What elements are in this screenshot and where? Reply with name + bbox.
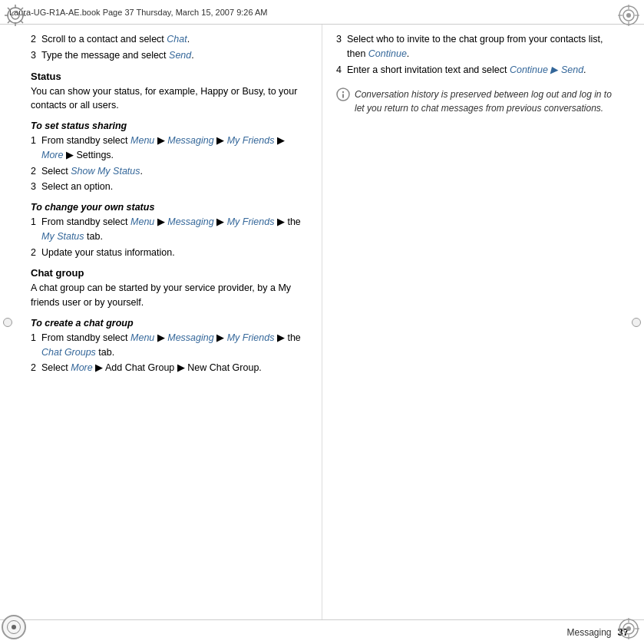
step-num: 3 — [31, 180, 41, 194]
tip-block: Conversation history is preserved betwee… — [336, 88, 613, 115]
corner-circle-bl — [2, 615, 26, 639]
myfriends-link2: My Friends — [227, 216, 275, 227]
step-num: 1 — [31, 215, 41, 230]
change-status-heading: To change your own status — [31, 202, 308, 213]
messaging-link2: Messaging — [167, 216, 213, 227]
step-content: Scroll to a contact and select Chat. — [41, 32, 308, 47]
chat-group-description: A chat group can be started by your serv… — [31, 281, 308, 310]
left-column: 2 Scroll to a contact and select Chat. 3… — [23, 25, 322, 619]
svg-line-8 — [21, 8, 24, 11]
continue-send-link: Continue ▶ Send — [510, 64, 583, 75]
right-step-3: 3 Select who to invite to the chat group… — [336, 32, 613, 61]
nav-dot-right — [632, 318, 641, 327]
create-chat-step-1: 1 From standby select Menu ▶ Messaging ▶… — [31, 331, 308, 360]
status-description: You can show your status, for example, H… — [31, 84, 308, 114]
set-status-heading: To set status sharing — [31, 121, 308, 131]
content-area: 2 Scroll to a contact and select Chat. 3… — [23, 25, 621, 619]
tip-icon — [336, 88, 352, 104]
intro-step-2: 2 Scroll to a contact and select Chat. — [31, 32, 308, 47]
corner-inner-bl — [7, 620, 21, 634]
footer-bar: Messaging 37 — [0, 619, 644, 644]
svg-line-7 — [21, 21, 24, 24]
menu-link2: Menu — [130, 216, 154, 227]
status-heading: Status — [31, 71, 308, 82]
tip-text: Conversation history is preserved betwee… — [355, 88, 613, 115]
step-num: 2 — [31, 246, 41, 260]
myfriends-link3: My Friends — [227, 332, 275, 343]
right-step-4: 4 Enter a short invitation text and sele… — [336, 63, 613, 78]
chatgroups-link: Chat Groups — [41, 347, 96, 358]
step-num: 2 — [31, 361, 41, 375]
svg-line-6 — [8, 8, 11, 11]
footer-section: Messaging — [567, 627, 612, 638]
intro-step-3: 3 Type the message and select Send. — [31, 48, 308, 63]
step-content: Update your status information. — [41, 246, 308, 260]
svg-point-18 — [342, 91, 344, 93]
step-num: 1 — [31, 134, 41, 148]
step-num: 2 — [31, 32, 41, 47]
set-status-step-2: 2 Select Show My Status. — [31, 164, 308, 179]
header-bar: Laura-UG-R1A-AE.book Page 37 Thursday, M… — [0, 0, 644, 25]
more-link: More — [41, 150, 63, 160]
step-content: Enter a short invitation text and select… — [347, 63, 613, 78]
svg-line-9 — [8, 21, 11, 24]
menu-link: Menu — [130, 135, 154, 146]
corner-decoration-br — [615, 615, 642, 642]
corner-dot-bl — [12, 625, 16, 629]
step-content: From standby select Menu ▶ Messaging ▶ M… — [41, 215, 308, 244]
svg-rect-19 — [342, 94, 344, 98]
step-num: 1 — [31, 331, 41, 345]
show-status-link: Show My Status — [71, 166, 140, 177]
menu-link3: Menu — [130, 332, 154, 343]
step-content: Type the message and select Send. — [41, 48, 308, 63]
step-content: Select who to invite to the chat group f… — [347, 32, 613, 61]
myfriends-link: My Friends — [227, 135, 275, 146]
continue-link: Continue — [368, 48, 407, 59]
nav-dot-left — [3, 318, 12, 327]
svg-point-22 — [626, 626, 631, 631]
right-column: 3 Select who to invite to the chat group… — [322, 25, 621, 619]
change-status-step-1: 1 From standby select Menu ▶ Messaging ▶… — [31, 215, 308, 244]
create-chat-heading: To create a chat group — [31, 318, 308, 329]
chat-link: Chat — [167, 34, 187, 45]
svg-point-1 — [12, 12, 19, 19]
send-link: Send — [169, 50, 191, 61]
step-content: From standby select Menu ▶ Messaging ▶ M… — [41, 331, 308, 360]
set-status-step-1: 1 From standby select Menu ▶ Messaging ▶… — [31, 134, 308, 163]
step-content: Select Show My Status. — [41, 164, 308, 179]
set-status-step-3: 3 Select an option. — [31, 180, 308, 194]
header-text: Laura-UG-R1A-AE.book Page 37 Thursday, M… — [9, 8, 268, 17]
messaging-link3: Messaging — [167, 332, 213, 343]
more-link2: More — [71, 362, 92, 373]
svg-point-12 — [626, 13, 631, 18]
messaging-link: Messaging — [167, 135, 213, 146]
step-num: 3 — [336, 32, 347, 47]
chat-group-heading: Chat group — [31, 267, 308, 279]
step-content: Select an option. — [41, 180, 308, 194]
step-num: 4 — [336, 63, 347, 78]
step-content: From standby select Menu ▶ Messaging ▶ M… — [41, 134, 308, 163]
step-num: 3 — [31, 48, 41, 63]
step-content: Select More ▶ Add Chat Group ▶ New Chat … — [41, 361, 308, 375]
corner-decoration-bl — [2, 615, 29, 642]
change-status-step-2: 2 Update your status information. — [31, 246, 308, 260]
mystatus-link: My Status — [41, 231, 84, 242]
step-num: 2 — [31, 164, 41, 179]
create-chat-step-2: 2 Select More ▶ Add Chat Group ▶ New Cha… — [31, 361, 308, 375]
page-container: Laura-UG-R1A-AE.book Page 37 Thursday, M… — [0, 0, 644, 644]
